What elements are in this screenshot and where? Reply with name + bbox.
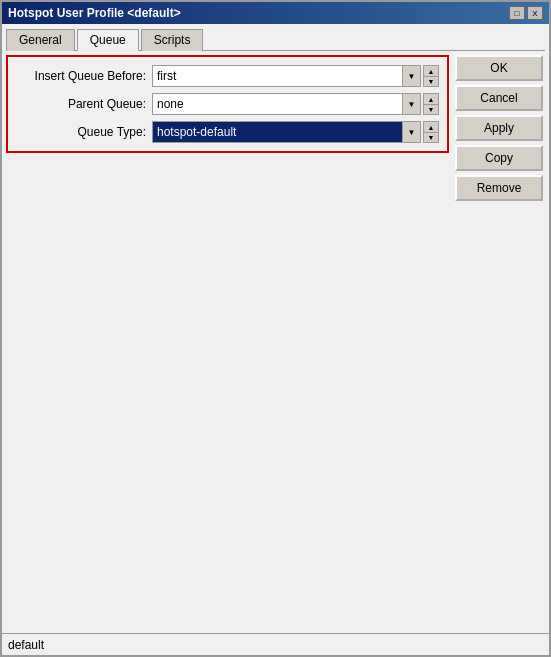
tab-queue[interactable]: Queue bbox=[77, 29, 139, 51]
insert-queue-spinner: ▲ ▼ bbox=[423, 65, 439, 87]
remove-button[interactable]: Remove bbox=[455, 175, 543, 201]
parent-queue-combo-wrapper: ▼ bbox=[152, 93, 421, 115]
insert-queue-spin-up[interactable]: ▲ bbox=[423, 65, 439, 76]
tab-scripts[interactable]: Scripts bbox=[141, 29, 204, 51]
parent-queue-spinner: ▲ ▼ bbox=[423, 93, 439, 115]
insert-queue-combo-wrapper: ▼ bbox=[152, 65, 421, 87]
window-title: Hotspot User Profile <default> bbox=[8, 6, 181, 20]
queue-type-spinner: ▲ ▼ bbox=[423, 121, 439, 143]
cancel-button[interactable]: Cancel bbox=[455, 85, 543, 111]
insert-queue-row: Insert Queue Before: ▼ ▲ ▼ bbox=[16, 65, 439, 87]
parent-queue-label: Parent Queue: bbox=[16, 97, 146, 111]
main-window: Hotspot User Profile <default> □ X Gener… bbox=[0, 0, 551, 657]
parent-queue-input[interactable] bbox=[152, 93, 403, 115]
main-panel: Insert Queue Before: ▼ ▲ ▼ Parent Queue: bbox=[6, 55, 449, 629]
queue-type-combo-wrapper: ▼ bbox=[152, 121, 421, 143]
minimize-button[interactable]: □ bbox=[509, 6, 525, 20]
close-button[interactable]: X bbox=[527, 6, 543, 20]
content-area: Insert Queue Before: ▼ ▲ ▼ Parent Queue: bbox=[6, 55, 545, 629]
tab-general[interactable]: General bbox=[6, 29, 75, 51]
status-bar: default bbox=[2, 633, 549, 655]
parent-queue-dropdown-btn[interactable]: ▼ bbox=[403, 93, 421, 115]
queue-type-label: Queue Type: bbox=[16, 125, 146, 139]
empty-space bbox=[6, 157, 449, 629]
title-bar: Hotspot User Profile <default> □ X bbox=[2, 2, 549, 24]
insert-queue-label: Insert Queue Before: bbox=[16, 69, 146, 83]
queue-type-row: Queue Type: ▼ ▲ ▼ bbox=[16, 121, 439, 143]
sidebar-buttons: OK Cancel Apply Copy Remove bbox=[455, 55, 545, 629]
window-body: General Queue Scripts Insert Queue Befor… bbox=[2, 24, 549, 633]
title-controls: □ X bbox=[509, 6, 543, 20]
queue-type-input[interactable] bbox=[152, 121, 403, 143]
queue-type-dropdown-btn[interactable]: ▼ bbox=[403, 121, 421, 143]
status-text: default bbox=[8, 638, 44, 652]
parent-queue-spin-down[interactable]: ▼ bbox=[423, 104, 439, 115]
insert-queue-input[interactable] bbox=[152, 65, 403, 87]
copy-button[interactable]: Copy bbox=[455, 145, 543, 171]
insert-queue-spin-down[interactable]: ▼ bbox=[423, 76, 439, 87]
parent-queue-spin-up[interactable]: ▲ bbox=[423, 93, 439, 104]
ok-button[interactable]: OK bbox=[455, 55, 543, 81]
queue-type-spin-down[interactable]: ▼ bbox=[423, 132, 439, 143]
queue-type-spin-up[interactable]: ▲ bbox=[423, 121, 439, 132]
parent-queue-row: Parent Queue: ▼ ▲ ▼ bbox=[16, 93, 439, 115]
insert-queue-dropdown-btn[interactable]: ▼ bbox=[403, 65, 421, 87]
apply-button[interactable]: Apply bbox=[455, 115, 543, 141]
queue-form-section: Insert Queue Before: ▼ ▲ ▼ Parent Queue: bbox=[6, 55, 449, 153]
tab-bar: General Queue Scripts bbox=[6, 28, 545, 51]
